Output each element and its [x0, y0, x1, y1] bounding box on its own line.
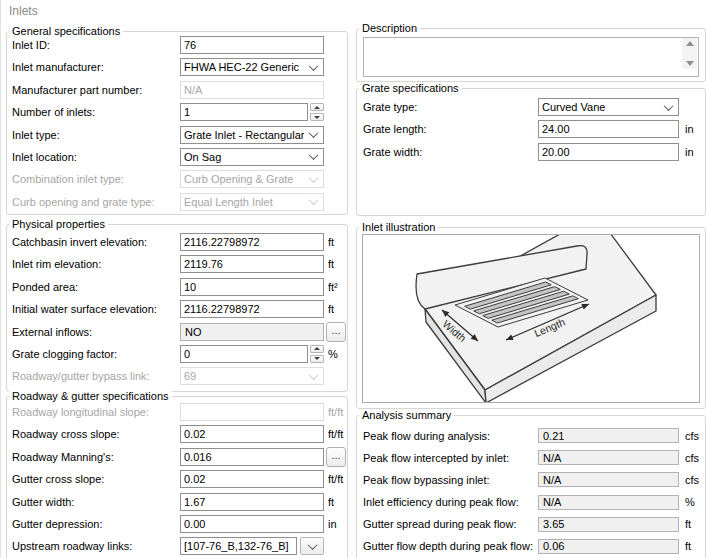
selected-value: Curb Opening & Grate: [184, 173, 293, 185]
unit-label: in: [685, 146, 694, 158]
row-grate-clogging-factor: Grate clogging factor: %: [12, 345, 347, 363]
unit-label: ft: [328, 496, 334, 508]
field-label: Inlet manufacturer:: [12, 61, 180, 73]
row-initial-water-surface-elevation: Initial water surface elevation: ft: [12, 300, 347, 318]
field-label: Manufacturer part number:: [12, 84, 180, 96]
upstream-roadway-links-input[interactable]: [180, 537, 297, 555]
field-label: Grate width:: [363, 146, 538, 158]
number-of-inlets-input[interactable]: [180, 103, 308, 121]
row-peak-flow-intercepted: Peak flow intercepted by inlet: N/A cfs: [363, 450, 705, 465]
field-label: Initial water surface elevation:: [12, 303, 180, 315]
inlet-location-select[interactable]: On Sag: [180, 148, 324, 166]
page-title: Inlets: [9, 4, 38, 18]
row-roadway-longitudinal-slope: Roadway longitudinal slope: ft/ft: [12, 403, 347, 421]
inlet-illustration-image: Width Length: [363, 235, 699, 402]
field-label: Roadway Manning's:: [12, 451, 180, 463]
field-label: Gutter depression:: [12, 518, 180, 530]
grate-clogging-factor-input[interactable]: [180, 345, 308, 363]
roadway-mannings-input[interactable]: [180, 448, 324, 466]
row-grate-length: Grate length: in: [363, 120, 705, 138]
unit-label: %: [685, 496, 695, 508]
grate-length-input[interactable]: [538, 120, 679, 138]
chevron-down-icon: [309, 195, 319, 205]
row-peak-flow-bypassing: Peak flow bypassing inlet: N/A cfs: [363, 472, 705, 487]
chevron-down-icon: [309, 370, 319, 380]
chevron-down-icon: [664, 101, 674, 111]
description-textarea[interactable]: [363, 37, 699, 77]
row-combination-inlet-type: Combination inlet type: Curb Opening & G…: [12, 170, 347, 188]
group-roadway-gutter-specifications: Roadway & gutter specifications Roadway …: [6, 396, 348, 558]
roadway-gutter-bypass-link-select: 69: [180, 367, 324, 385]
field-label: Roadway cross slope:: [12, 428, 180, 440]
unit-label: ft/ft: [328, 406, 343, 418]
inlet-manufacturer-select[interactable]: FHWA HEC-22 Generic: [180, 58, 324, 76]
field-label: Upstream roadway links:: [12, 540, 180, 552]
field-label: Roadway longitudinal slope:: [12, 406, 180, 418]
unit-label: ft: [328, 236, 334, 248]
ponded-area-input[interactable]: [180, 278, 324, 296]
scroll-down-icon[interactable]: [686, 61, 694, 66]
catchbasin-invert-elevation-input[interactable]: [180, 233, 324, 251]
row-inlet-location: Inlet location: On Sag: [12, 148, 347, 166]
row-inlet-type: Inlet type: Grate Inlet - Rectangular: [12, 126, 347, 144]
selected-value: Grate Inlet - Rectangular: [184, 129, 304, 141]
row-ponded-area: Ponded area: ft²: [12, 278, 347, 296]
row-gutter-depression: Gutter depression: in: [12, 515, 347, 533]
spin-down-button[interactable]: [310, 355, 324, 363]
manufacturer-part-number-input: [180, 81, 324, 99]
grate-type-select[interactable]: Curved Vane: [538, 98, 679, 116]
field-label: Catchbasin invert elevation:: [12, 236, 180, 248]
inlet-illustration-frame: Width Length: [362, 234, 700, 403]
upstream-roadway-links-dropdown-button[interactable]: [300, 537, 324, 555]
field-label: Grate type:: [363, 101, 538, 113]
inlet-type-select[interactable]: Grate Inlet - Rectangular: [180, 126, 324, 144]
field-label: Gutter cross slope:: [12, 473, 180, 485]
chevron-down-icon: [309, 61, 319, 71]
roadway-cross-slope-input[interactable]: [180, 425, 324, 443]
spin-up-button[interactable]: [310, 345, 324, 353]
inlet-id-input[interactable]: [180, 36, 324, 54]
grate-width-input[interactable]: [538, 143, 679, 161]
external-inflows-ellipsis-button[interactable]: ...: [326, 322, 346, 342]
field-label: Inlet location:: [12, 151, 180, 163]
unit-label: in: [685, 123, 694, 135]
combination-inlet-type-select: Curb Opening & Grate: [180, 170, 324, 188]
unit-label: %: [328, 348, 338, 360]
row-inlet-rim-elevation: Inlet rim elevation: ft: [12, 255, 347, 273]
roadway-mannings-ellipsis-button[interactable]: ...: [326, 447, 346, 467]
chevron-down-icon: [309, 173, 319, 183]
chevron-down-icon: [309, 151, 319, 161]
unit-label: ft: [685, 518, 691, 530]
unit-label: ft: [328, 303, 334, 315]
group-general-specifications: General specifications Inlet ID: Inlet m…: [6, 31, 348, 215]
spin-up-button[interactable]: [310, 103, 324, 111]
spin-down-button[interactable]: [310, 113, 324, 121]
row-curb-opening-and-grate-type: Curb opening and grate type: Equal Lengt…: [12, 193, 347, 211]
field-label: Inlet rim elevation:: [12, 258, 180, 270]
unit-label: ft: [328, 258, 334, 270]
external-inflows-value: NO: [180, 323, 324, 341]
row-grate-type: Grate type: Curved Vane: [363, 98, 705, 116]
row-inlet-efficiency: Inlet efficiency during peak flow: N/A %: [363, 495, 705, 510]
field-label: Gutter flow depth during peak flow:: [363, 540, 538, 552]
inlet-rim-elevation-input[interactable]: [180, 255, 324, 273]
selected-value: Equal Length Inlet: [184, 196, 273, 208]
gutter-cross-slope-input[interactable]: [180, 470, 324, 488]
row-number-of-inlets: Number of inlets:: [12, 103, 347, 121]
field-label: Combination inlet type:: [12, 173, 180, 185]
field-label: Grate length:: [363, 123, 538, 135]
initial-water-surface-elevation-input[interactable]: [180, 300, 324, 318]
row-roadway-mannings: Roadway Manning's: ...: [12, 448, 347, 466]
row-external-inflows: External inflows: NO ...: [12, 323, 347, 341]
field-label: Peak flow bypassing inlet:: [363, 474, 538, 486]
field-label: External inflows:: [12, 326, 180, 338]
gutter-width-input[interactable]: [180, 493, 324, 511]
gutter-depression-input[interactable]: [180, 515, 324, 533]
row-gutter-cross-slope: Gutter cross slope: ft/ft: [12, 470, 347, 488]
row-gutter-spread: Gutter spread during peak flow: 3.65 ft: [363, 517, 705, 532]
scroll-up-icon[interactable]: [686, 41, 694, 46]
description-scrollbar: [682, 38, 697, 69]
field-label: Number of inlets:: [12, 106, 180, 118]
grate-clogging-factor-spinner: [310, 345, 324, 363]
row-roadway-gutter-bypass-link: Roadway/gutter bypass link: 69: [12, 367, 347, 385]
